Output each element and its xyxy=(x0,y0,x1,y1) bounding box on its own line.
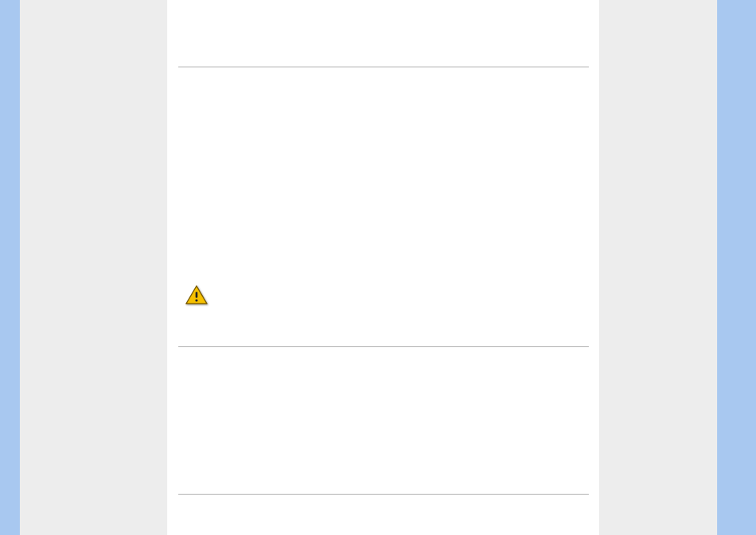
section-divider xyxy=(178,346,589,347)
svg-point-2 xyxy=(195,299,197,301)
svg-rect-1 xyxy=(196,292,198,298)
outer-frame xyxy=(0,0,756,535)
warning-icon xyxy=(185,284,208,306)
section-divider xyxy=(178,494,589,495)
content-page xyxy=(167,0,599,535)
section-divider xyxy=(178,67,589,67)
